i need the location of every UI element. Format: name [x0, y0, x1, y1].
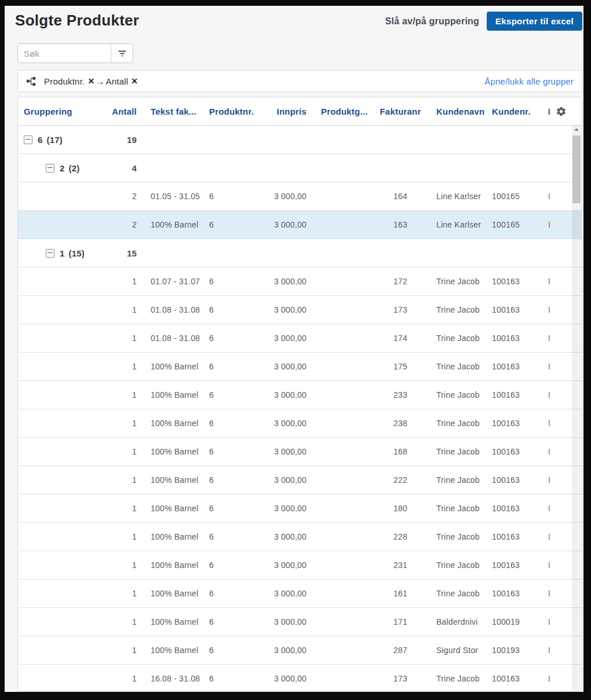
- row-i-marker: I: [545, 419, 553, 428]
- row-i-marker: I: [545, 560, 553, 570]
- column-settings-gear-icon[interactable]: [556, 106, 567, 117]
- table-row[interactable]: 1100% Barnel63 000,00161Trine Jacob10016…: [18, 580, 582, 608]
- collapse-group-icon[interactable]: [46, 164, 54, 173]
- toggle-grouping-button[interactable]: Slå av/på gruppering: [385, 16, 479, 27]
- group-row[interactable]: 2(2)4: [18, 154, 582, 182]
- tekst-faktura-cell: 100% Barnel: [151, 447, 206, 456]
- antall-cell: 1: [111, 277, 137, 286]
- filter-button[interactable]: [111, 44, 133, 63]
- table-row[interactable]: 1100% Barnel63 000,00233Trine Jacob10016…: [18, 381, 582, 409]
- column-header-fakturanr[interactable]: Fakturanr: [377, 107, 424, 116]
- table-row[interactable]: 116.08 - 31.0863 000,00173Trine Jacob100…: [18, 665, 582, 692]
- group-value: 6: [38, 135, 43, 145]
- produktnr-cell: 6: [209, 390, 267, 400]
- row-i-marker: I: [545, 362, 553, 371]
- tekst-faktura-cell: 01.08 - 31.08: [151, 333, 206, 343]
- table-row[interactable]: 1100% Barnel63 000,00222Trine Jacob10016…: [18, 466, 582, 494]
- fakturanr-cell: 222: [377, 475, 424, 485]
- table-row[interactable]: 101.08 - 31.0863 000,00174Trine Jacob100…: [18, 324, 582, 353]
- table-row[interactable]: 101.08 - 31.0863 000,00173Trine Jacob100…: [18, 296, 582, 324]
- table-row[interactable]: 201.05 - 31.0563 000,00164Line Karlser10…: [18, 182, 582, 211]
- group-antall-sum: 19: [111, 135, 137, 145]
- column-header-innpris[interactable]: Innpris: [267, 107, 307, 116]
- antall-cell: 1: [111, 475, 137, 485]
- antall-cell: 1: [111, 617, 137, 626]
- fakturanr-cell: 164: [377, 192, 424, 201]
- column-header-produktg[interactable]: Produktg...: [321, 107, 370, 116]
- row-i-marker: I: [545, 532, 553, 541]
- fakturanr-cell: 173: [377, 305, 424, 314]
- group-cell: 6(17): [18, 135, 111, 145]
- group-cell: 1(15): [18, 248, 111, 258]
- antall-cell: 1: [111, 589, 137, 598]
- scrollbar-thumb[interactable]: [572, 135, 581, 203]
- row-i-marker: I: [545, 333, 553, 343]
- group-row[interactable]: 1(15)15: [18, 239, 582, 267]
- table-row[interactable]: 1100% Barnel63 000,00238Trine Jacob10016…: [18, 409, 582, 438]
- export-to-excel-button[interactable]: Eksporter til excel: [487, 12, 582, 31]
- vertical-scrollbar[interactable]: [572, 125, 581, 691]
- fakturanr-cell: 171: [377, 617, 424, 626]
- table-row[interactable]: 2100% Barnel63 000,00163Line Karlser1001…: [18, 211, 582, 239]
- group-value: 1: [60, 248, 65, 258]
- innpris-cell: 3 000,00: [267, 532, 307, 541]
- fakturanr-cell: 231: [377, 560, 424, 570]
- produktnr-cell: 6: [209, 674, 267, 683]
- row-i-marker: I: [545, 192, 553, 201]
- fakturanr-cell: 174: [377, 333, 424, 343]
- fakturanr-cell: 228: [377, 532, 424, 541]
- fakturanr-cell: 287: [377, 646, 424, 655]
- table-row[interactable]: 1100% Barnel63 000,00228Trine Jacob10016…: [18, 523, 582, 551]
- kundenavn-cell: Trine Jacob: [436, 475, 488, 485]
- column-header-i[interactable]: I: [545, 107, 553, 116]
- innpris-cell: 3 000,00: [267, 220, 307, 229]
- table-row[interactable]: 1100% Barnel63 000,00171Balderdnivi10001…: [18, 608, 582, 636]
- group-count: (17): [47, 135, 63, 145]
- kundenavn-cell: Trine Jacob: [436, 674, 488, 683]
- collapse-group-icon[interactable]: [24, 135, 32, 144]
- column-header-produktnr[interactable]: Produktnr.: [209, 107, 267, 116]
- table-row[interactable]: 1100% Barnel63 000,00168Trine Jacob10016…: [18, 438, 582, 466]
- products-table: GrupperingAntallTekst fak...Produktnr.In…: [17, 97, 582, 692]
- search-input[interactable]: [18, 44, 111, 63]
- column-header-antall[interactable]: Antall: [111, 107, 137, 116]
- antall-cell: 1: [111, 447, 137, 456]
- kundenavn-cell: Trine Jacob: [436, 390, 488, 400]
- produktnr-cell: 6: [209, 305, 267, 314]
- column-header-tekst-fak[interactable]: Tekst fak...: [151, 107, 206, 116]
- produktnr-cell: 6: [209, 333, 267, 343]
- innpris-cell: 3 000,00: [267, 617, 307, 626]
- fakturanr-cell: 172: [377, 277, 424, 286]
- group-chip-produktnr[interactable]: Produktnr. ✕: [44, 76, 94, 86]
- innpris-cell: 3 000,00: [267, 305, 307, 314]
- innpris-cell: 3 000,00: [267, 362, 307, 371]
- group-row[interactable]: 6(17)19: [18, 126, 582, 154]
- row-i-marker: I: [545, 617, 553, 626]
- fakturanr-cell: 163: [377, 220, 424, 229]
- open-close-all-groups-link[interactable]: Åpne/lukk alle grupper: [484, 76, 574, 86]
- tekst-faktura-cell: 100% Barnel: [151, 617, 206, 626]
- remove-group-icon[interactable]: ✕: [131, 76, 138, 86]
- table-row[interactable]: 1100% Barnel63 000,00180Trine Jacob10016…: [18, 494, 582, 523]
- kundenr-cell: 100019: [492, 617, 534, 626]
- column-header-kundenavn[interactable]: Kundenavn: [436, 107, 488, 116]
- collapse-group-icon[interactable]: [46, 249, 54, 258]
- column-header-kundenr[interactable]: Kundenr.: [492, 107, 534, 116]
- tekst-faktura-cell: 100% Barnel: [151, 475, 206, 485]
- remove-group-icon[interactable]: ✕: [87, 76, 94, 86]
- group-chip-antall[interactable]: Antall ✕: [106, 76, 138, 86]
- kundenr-cell: 100165: [492, 220, 534, 229]
- table-header-row: GrupperingAntallTekst fak...Produktnr.In…: [18, 97, 582, 126]
- antall-cell: 1: [111, 504, 137, 513]
- scroll-up-arrow-icon[interactable]: [574, 128, 579, 131]
- table-row[interactable]: 1100% Barnel63 000,00231Trine Jacob10016…: [18, 551, 582, 580]
- kundenr-cell: 100163: [492, 532, 534, 541]
- table-row[interactable]: 1100% Barnel63 000,00287Sigurd Stor10019…: [18, 636, 582, 665]
- table-row[interactable]: 1100% Barnel63 000,00175Trine Jacob10016…: [18, 353, 582, 381]
- tekst-faktura-cell: 01.08 - 31.08: [151, 305, 206, 314]
- produktnr-cell: 6: [209, 560, 267, 570]
- column-header-gruppering[interactable]: Gruppering: [18, 107, 111, 116]
- innpris-cell: 3 000,00: [267, 333, 307, 343]
- table-row[interactable]: 101.07 - 31.0763 000,00172Trine Jacob100…: [18, 267, 582, 296]
- page-title: Solgte Produkter: [15, 12, 139, 30]
